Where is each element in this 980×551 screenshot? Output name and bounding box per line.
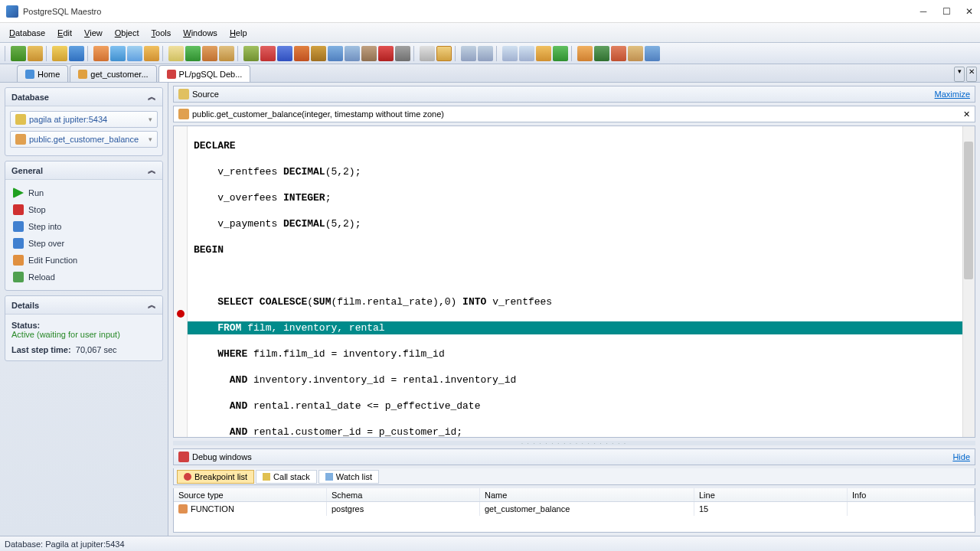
database-combo[interactable]: pagila at jupiter:5434 (10, 111, 158, 128)
last-step-value: 70,067 sec (76, 345, 117, 354)
panel-details-title: Details (11, 301, 39, 310)
tb-cube-icon[interactable] (294, 46, 309, 61)
window-title: PostgreSQL Maestro (23, 7, 919, 16)
tb-db-icon[interactable] (52, 46, 67, 61)
tb-about-icon[interactable] (645, 46, 660, 61)
tb-edit-icon[interactable] (93, 46, 109, 61)
tb-grid-icon[interactable] (127, 46, 142, 61)
debug-panel-header: Debug windows Hide (173, 448, 975, 465)
scrollbar-thumb[interactable] (964, 142, 973, 279)
tb-import-icon[interactable] (219, 46, 234, 61)
tab-close-icon[interactable]: ✕ (966, 67, 977, 82)
action-step-over[interactable]: Step over (10, 235, 158, 252)
tb-mail-icon[interactable] (628, 46, 643, 61)
minimize-button[interactable]: ─ (919, 7, 928, 16)
menu-database[interactable]: Database (3, 25, 51, 41)
function-icon (78, 70, 87, 79)
menu-tools[interactable]: Tools (145, 25, 178, 41)
tb-schema-icon[interactable] (361, 46, 377, 61)
tab-breakpoints[interactable]: Breakpoint list (177, 470, 254, 484)
tab-dropdown-icon[interactable]: ▾ (954, 67, 965, 82)
tb-export-icon[interactable] (202, 46, 217, 61)
tb-world-icon[interactable] (594, 46, 609, 61)
close-button[interactable]: ✕ (965, 7, 974, 16)
tab-home[interactable]: Home (17, 65, 68, 82)
action-reload[interactable]: Reload (10, 269, 158, 285)
edit-icon (13, 255, 24, 266)
tb-table-icon[interactable] (110, 46, 126, 61)
function-icon (15, 134, 26, 145)
close-source-icon[interactable]: ✕ (963, 109, 970, 119)
col-line[interactable]: Line (694, 488, 848, 501)
menu-windows[interactable]: Windows (177, 25, 224, 41)
tb-bug-icon[interactable] (378, 46, 394, 61)
tb-box-icon[interactable] (311, 46, 326, 61)
tb-tool1-icon[interactable] (243, 46, 259, 61)
vertical-scrollbar[interactable] (962, 126, 975, 437)
tab-watchlist[interactable]: Watch list (318, 470, 379, 484)
tb-back-icon[interactable] (536, 46, 551, 61)
collapse-icon[interactable]: ︽ (148, 165, 156, 176)
function-combo[interactable]: public.get_customer_balance (10, 131, 158, 148)
col-schema[interactable]: Schema (327, 488, 480, 501)
tb-doc1-icon[interactable] (502, 46, 518, 61)
action-run[interactable]: Run (10, 184, 158, 201)
maximize-button[interactable]: ☐ (942, 7, 951, 16)
code-editor[interactable]: DECLARE v_rentfees DECIMAL(5,2); v_overf… (173, 126, 975, 438)
col-name[interactable]: Name (480, 488, 694, 501)
tb-chart-icon[interactable] (277, 46, 292, 61)
tb-sql-icon[interactable] (144, 46, 159, 61)
tb-filter2-icon[interactable] (436, 46, 452, 61)
breakpoint-row[interactable]: FUNCTION postgres get_customer_balance 1… (174, 502, 975, 516)
tab-get-customer[interactable]: get_customer... (70, 65, 156, 82)
tab-callstack[interactable]: Call stack (256, 470, 317, 484)
debug-icon (178, 452, 189, 462)
menu-help[interactable]: Help (224, 25, 253, 41)
breakpoint-icon (184, 473, 191, 481)
tb-windows-icon[interactable] (345, 46, 360, 61)
tab-debugger[interactable]: PL/pgSQL Deb... (158, 65, 251, 82)
breakpoint-marker[interactable] (177, 310, 185, 318)
database-icon (15, 114, 26, 125)
collapse-icon[interactable]: ︽ (148, 299, 156, 311)
tb-check-icon[interactable] (185, 46, 201, 61)
panel-general: General ︽ Run Stop Step into St (5, 161, 163, 291)
menu-object[interactable]: Object (109, 25, 145, 41)
tb-help-icon[interactable] (611, 46, 626, 61)
tb-refresh-icon[interactable] (69, 46, 84, 61)
tb-more-icon[interactable] (395, 46, 410, 61)
maximize-link[interactable]: Maximize (935, 90, 970, 99)
horizontal-splitter[interactable]: · · · · · · · · · · · · · · · · · · (173, 441, 975, 445)
tb-script-icon[interactable] (168, 46, 184, 61)
tb-fwd-icon[interactable] (553, 46, 568, 61)
col-source-type[interactable]: Source type (174, 488, 327, 501)
col-info[interactable]: Info (848, 488, 975, 501)
tb-filter-icon[interactable] (420, 46, 435, 61)
panel-details: Details ︽ Status: Active (waiting for us… (5, 295, 163, 361)
menu-view[interactable]: View (78, 25, 109, 41)
tb-tool2-icon[interactable] (260, 46, 276, 61)
tb-window-icon[interactable] (328, 46, 343, 61)
bug-icon (167, 70, 176, 79)
action-edit-function[interactable]: Edit Function (10, 252, 158, 269)
tb-connect-icon[interactable] (11, 46, 26, 61)
collapse-icon[interactable]: ︽ (148, 91, 156, 103)
statusbar: Database: Pagila at jupiter:5434 (0, 536, 980, 551)
tb-disconnect-icon[interactable] (28, 46, 43, 61)
app-icon (6, 5, 18, 18)
last-step-label: Last step time: (11, 345, 71, 354)
tb-doc2-icon[interactable] (519, 46, 534, 61)
function-icon (178, 109, 189, 119)
status-value: Active (waiting for user input) (11, 330, 156, 339)
function-signature-bar: public.get_customer_balance(integer, tim… (173, 106, 975, 122)
tb-home-icon[interactable] (577, 46, 593, 61)
home-icon (25, 70, 34, 79)
tb-paste-icon[interactable] (478, 46, 493, 61)
document-tabs: Home get_customer... PL/pgSQL Deb... ▾ ✕ (0, 64, 980, 83)
menu-edit[interactable]: Edit (51, 25, 78, 41)
hide-link[interactable]: Hide (952, 452, 970, 461)
tb-copy-icon[interactable] (461, 46, 476, 61)
code-content: DECLARE v_rentfees DECIMAL(5,2); v_overf… (174, 126, 975, 438)
action-stop[interactable]: Stop (10, 201, 158, 218)
action-step-into[interactable]: Step into (10, 218, 158, 235)
